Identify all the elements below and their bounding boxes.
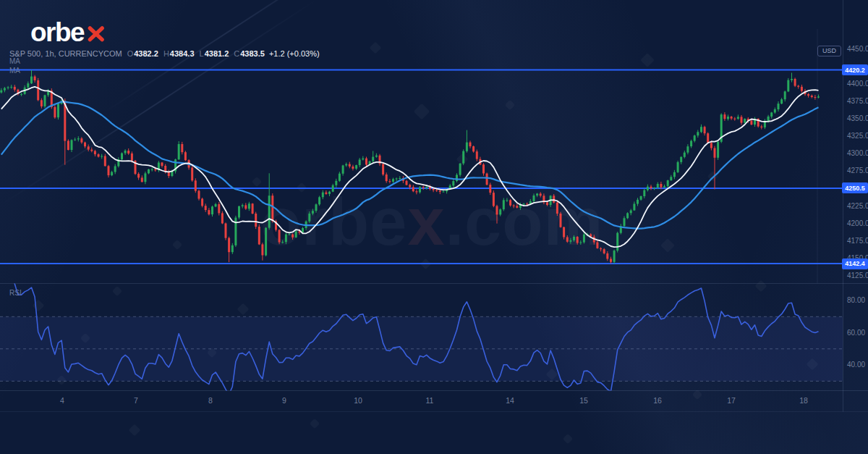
- high-value: 4384.3: [170, 49, 195, 58]
- price-axis-tick: 4350.0: [847, 114, 868, 123]
- rsi-indicator-label[interactable]: RSI: [9, 289, 22, 297]
- time-axis-tick: 15: [579, 396, 588, 405]
- low-label: L: [200, 49, 204, 58]
- price-axis-tick: 4225.0: [847, 202, 868, 211]
- open-label: O: [127, 49, 134, 58]
- price-axis-tick: 4200.0: [847, 219, 868, 228]
- price-axis-tick: 4450.0: [847, 45, 868, 54]
- rsi-axis-tick: 40.00: [847, 361, 865, 369]
- time-axis-tick: 8: [208, 396, 213, 405]
- symbol-title: S&P 500, 1h, CURRENCYCOM: [9, 49, 122, 58]
- price-level-chip: 4250.5: [842, 182, 868, 193]
- currency-badge: USD: [817, 46, 841, 56]
- time-axis-tick: 10: [354, 396, 362, 405]
- orbex-logo-text: orbe: [30, 19, 84, 46]
- ma-overlay-label-2[interactable]: MA: [9, 67, 20, 75]
- price-axis-tick: 4275.0: [847, 167, 868, 175]
- time-axis-tick: 11: [426, 396, 434, 405]
- rsi-axis-tick: 60.00: [847, 329, 865, 337]
- symbol-header[interactable]: S&P 500, 1h, CURRENCYCOMO4382.2H4384.3L4…: [9, 49, 320, 58]
- time-axis-tick: 16: [653, 396, 662, 405]
- time-axis-tick: 4: [60, 396, 64, 405]
- orbex-logo: orbe: [30, 19, 106, 46]
- time-axis-tick: 17: [727, 396, 736, 405]
- time-axis-tick: 7: [134, 396, 138, 405]
- price-level-chip: 4142.4: [842, 258, 868, 269]
- low-value: 4381.2: [205, 49, 229, 58]
- price-axis-tick: 4300.0: [847, 149, 868, 158]
- price-axis-tick: 4325.0: [847, 132, 868, 140]
- open-value: 4382.2: [134, 49, 158, 58]
- time-axis-tick: 18: [799, 396, 808, 405]
- orbex-x-icon: [86, 24, 106, 43]
- ma-overlay-label-1[interactable]: MA: [9, 57, 20, 65]
- price-axis-tick: 4175.0: [847, 237, 868, 245]
- trading-chart-window: orbex.com orbe S&P 500, 1h, CURRENCYCOMO…: [0, 0, 868, 454]
- time-axis-tick: 9: [282, 396, 286, 405]
- time-axis-tick: 14: [506, 396, 514, 405]
- price-axis-tick: 4400.0: [847, 80, 868, 88]
- close-value: 4383.5: [240, 49, 265, 58]
- candlestick-chart-canvas[interactable]: [0, 0, 868, 454]
- close-label: C: [234, 49, 239, 58]
- change-value: +1.2 (+0.03%): [269, 49, 320, 58]
- price-axis-tick: 4125.0: [847, 272, 868, 280]
- high-label: H: [163, 49, 169, 58]
- price-axis-tick: 4375.0: [847, 97, 868, 106]
- rsi-axis-tick: 80.00: [847, 296, 865, 305]
- price-level-chip: 4420.2: [842, 64, 868, 75]
